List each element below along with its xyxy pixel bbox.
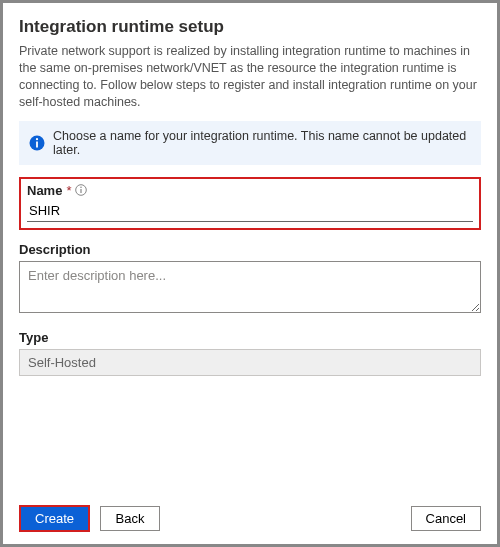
svg-rect-1: [36, 141, 38, 147]
type-label: Type: [19, 330, 481, 345]
info-icon: [29, 135, 45, 151]
name-input[interactable]: [27, 200, 473, 222]
name-field-highlight: Name *: [19, 177, 481, 230]
page-title: Integration runtime setup: [19, 17, 481, 37]
help-icon[interactable]: [75, 184, 87, 196]
required-marker: *: [66, 183, 71, 198]
cancel-button[interactable]: Cancel: [411, 506, 481, 531]
description-textarea[interactable]: [19, 261, 481, 313]
name-label-row: Name *: [27, 183, 473, 198]
svg-point-2: [36, 138, 38, 140]
name-label: Name: [27, 183, 62, 198]
back-button[interactable]: Back: [100, 506, 160, 531]
svg-rect-4: [81, 189, 82, 193]
type-section: Type Self-Hosted: [19, 330, 481, 376]
intro-text: Private network support is realized by i…: [19, 43, 481, 111]
integration-runtime-setup-panel: Integration runtime setup Private networ…: [0, 0, 500, 547]
description-section: Description: [19, 242, 481, 316]
svg-point-5: [81, 187, 83, 189]
info-text: Choose a name for your integration runti…: [53, 129, 471, 157]
info-banner: Choose a name for your integration runti…: [19, 121, 481, 165]
type-field: Self-Hosted: [19, 349, 481, 376]
create-button[interactable]: Create: [19, 505, 90, 532]
footer-buttons: Create Back Cancel: [19, 505, 481, 532]
description-label: Description: [19, 242, 481, 257]
